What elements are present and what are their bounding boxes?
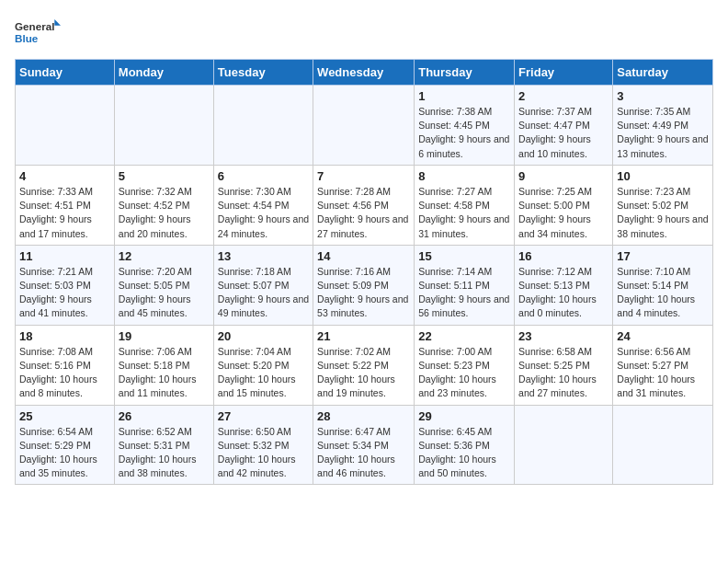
cell-text: Sunset: 5:18 PM bbox=[119, 359, 210, 373]
calendar-cell: 23Sunrise: 6:58 AMSunset: 5:25 PMDayligh… bbox=[515, 325, 613, 405]
cell-text: Sunrise: 7:32 AM bbox=[119, 185, 210, 199]
cell-text: Sunset: 5:11 PM bbox=[418, 279, 510, 293]
day-number: 18 bbox=[19, 329, 110, 343]
calendar-cell: 18Sunrise: 7:08 AMSunset: 5:16 PMDayligh… bbox=[16, 325, 115, 405]
day-number: 1 bbox=[418, 89, 510, 103]
day-number: 12 bbox=[119, 249, 210, 263]
cell-text: Sunrise: 7:33 AM bbox=[19, 185, 110, 199]
cell-text: Sunset: 4:47 PM bbox=[518, 119, 609, 132]
day-number: 9 bbox=[518, 169, 609, 183]
cell-text: Daylight: 10 hours and 23 minutes. bbox=[418, 373, 510, 400]
day-number: 26 bbox=[119, 409, 210, 423]
cell-text: Daylight: 10 hours and 11 minutes. bbox=[119, 373, 210, 400]
cell-text: Sunrise: 7:28 AM bbox=[317, 185, 410, 199]
calendar-cell: 14Sunrise: 7:16 AMSunset: 5:09 PMDayligh… bbox=[313, 245, 415, 325]
day-number: 23 bbox=[518, 329, 609, 343]
calendar-cell bbox=[213, 86, 313, 166]
day-number: 16 bbox=[518, 249, 609, 263]
col-header-tuesday: Tuesday bbox=[213, 60, 313, 86]
cell-text: Sunset: 5:22 PM bbox=[317, 359, 410, 373]
cell-text: Sunset: 4:54 PM bbox=[218, 199, 309, 213]
calendar-cell: 29Sunrise: 6:45 AMSunset: 5:36 PMDayligh… bbox=[415, 405, 515, 485]
calendar-cell: 15Sunrise: 7:14 AMSunset: 5:11 PMDayligh… bbox=[415, 245, 515, 325]
calendar-cell: 16Sunrise: 7:12 AMSunset: 5:13 PMDayligh… bbox=[515, 245, 613, 325]
svg-text:General: General bbox=[15, 20, 54, 32]
day-number: 19 bbox=[119, 329, 210, 343]
calendar-cell bbox=[114, 86, 213, 166]
cell-text: Daylight: 10 hours and 42 minutes. bbox=[218, 453, 309, 480]
logo-svg: General Blue bbox=[15, 15, 61, 52]
cell-text: Daylight: 9 hours and 27 minutes. bbox=[317, 213, 410, 240]
cell-text: Sunset: 5:29 PM bbox=[19, 439, 110, 453]
cell-text: Sunrise: 6:52 AM bbox=[119, 425, 210, 439]
cell-text: Sunset: 5:23 PM bbox=[418, 359, 510, 373]
day-number: 17 bbox=[617, 249, 709, 263]
cell-text: Daylight: 9 hours and 10 minutes. bbox=[518, 132, 609, 160]
calendar-cell: 26Sunrise: 6:52 AMSunset: 5:31 PMDayligh… bbox=[114, 405, 213, 485]
day-number: 6 bbox=[218, 169, 309, 183]
cell-text: Sunrise: 7:08 AM bbox=[19, 345, 110, 359]
calendar-cell: 17Sunrise: 7:10 AMSunset: 5:14 PMDayligh… bbox=[613, 245, 713, 325]
day-number: 14 bbox=[317, 249, 410, 263]
day-number: 4 bbox=[19, 169, 110, 183]
calendar-cell bbox=[515, 405, 613, 485]
cell-text: Sunrise: 6:58 AM bbox=[518, 345, 609, 359]
cell-text: Sunrise: 7:25 AM bbox=[518, 185, 609, 199]
svg-text:Blue: Blue bbox=[15, 32, 39, 44]
cell-text: Daylight: 9 hours and 34 minutes. bbox=[518, 213, 609, 240]
col-header-sunday: Sunday bbox=[16, 60, 115, 86]
calendar-cell: 24Sunrise: 6:56 AMSunset: 5:27 PMDayligh… bbox=[613, 325, 713, 405]
day-number: 15 bbox=[418, 249, 510, 263]
calendar-cell: 1Sunrise: 7:38 AMSunset: 4:45 PMDaylight… bbox=[415, 86, 515, 166]
cell-text: Sunrise: 7:02 AM bbox=[317, 345, 410, 359]
day-number: 20 bbox=[218, 329, 309, 343]
cell-text: Sunrise: 7:06 AM bbox=[119, 345, 210, 359]
cell-text: Sunrise: 7:18 AM bbox=[218, 265, 309, 279]
day-number: 24 bbox=[617, 329, 709, 343]
day-number: 3 bbox=[617, 89, 709, 103]
week-row-3: 11Sunrise: 7:21 AMSunset: 5:03 PMDayligh… bbox=[16, 245, 713, 325]
cell-text: Sunset: 5:31 PM bbox=[119, 439, 210, 453]
week-row-4: 18Sunrise: 7:08 AMSunset: 5:16 PMDayligh… bbox=[16, 325, 713, 405]
cell-text: Sunset: 5:27 PM bbox=[617, 359, 709, 373]
cell-text: Sunrise: 6:50 AM bbox=[218, 425, 309, 439]
cell-text: Sunset: 5:36 PM bbox=[418, 439, 510, 453]
calendar-cell: 12Sunrise: 7:20 AMSunset: 5:05 PMDayligh… bbox=[114, 245, 213, 325]
cell-text: Daylight: 10 hours and 31 minutes. bbox=[617, 373, 709, 400]
cell-text: Sunset: 4:52 PM bbox=[119, 199, 210, 213]
calendar-cell bbox=[16, 86, 115, 166]
col-header-wednesday: Wednesday bbox=[313, 60, 415, 86]
cell-text: Sunset: 4:56 PM bbox=[317, 199, 410, 213]
col-header-saturday: Saturday bbox=[613, 60, 713, 86]
calendar-cell: 6Sunrise: 7:30 AMSunset: 4:54 PMDaylight… bbox=[213, 165, 313, 245]
cell-text: Sunrise: 7:27 AM bbox=[418, 185, 510, 199]
day-number: 29 bbox=[418, 409, 510, 423]
logo: General Blue bbox=[15, 15, 61, 52]
calendar-cell: 21Sunrise: 7:02 AMSunset: 5:22 PMDayligh… bbox=[313, 325, 415, 405]
cell-text: Sunset: 5:13 PM bbox=[518, 279, 609, 293]
cell-text: Sunset: 5:00 PM bbox=[518, 199, 609, 213]
cell-text: Sunrise: 7:12 AM bbox=[518, 265, 609, 279]
cell-text: Daylight: 10 hours and 38 minutes. bbox=[119, 453, 210, 480]
svg-marker-2 bbox=[54, 19, 61, 26]
cell-text: Daylight: 9 hours and 56 minutes. bbox=[418, 293, 510, 320]
calendar-cell: 8Sunrise: 7:27 AMSunset: 4:58 PMDaylight… bbox=[415, 165, 515, 245]
cell-text: Daylight: 10 hours and 50 minutes. bbox=[418, 453, 510, 480]
cell-text: Sunrise: 6:54 AM bbox=[19, 425, 110, 439]
calendar-cell: 25Sunrise: 6:54 AMSunset: 5:29 PMDayligh… bbox=[16, 405, 115, 485]
cell-text: Daylight: 9 hours and 38 minutes. bbox=[617, 213, 709, 240]
day-number: 28 bbox=[317, 409, 410, 423]
cell-text: Sunset: 5:32 PM bbox=[218, 439, 309, 453]
calendar-cell: 10Sunrise: 7:23 AMSunset: 5:02 PMDayligh… bbox=[613, 165, 713, 245]
cell-text: Sunrise: 7:35 AM bbox=[617, 105, 709, 119]
cell-text: Daylight: 9 hours and 31 minutes. bbox=[418, 213, 510, 240]
cell-text: Daylight: 9 hours and 17 minutes. bbox=[19, 213, 110, 240]
calendar-cell: 7Sunrise: 7:28 AMSunset: 4:56 PMDaylight… bbox=[313, 165, 415, 245]
cell-text: Sunrise: 7:14 AM bbox=[418, 265, 510, 279]
day-number: 8 bbox=[418, 169, 510, 183]
cell-text: Sunset: 4:58 PM bbox=[418, 199, 510, 213]
week-row-5: 25Sunrise: 6:54 AMSunset: 5:29 PMDayligh… bbox=[16, 405, 713, 485]
cell-text: Daylight: 9 hours and 6 minutes. bbox=[418, 132, 510, 160]
cell-text: Sunset: 5:09 PM bbox=[317, 279, 410, 293]
week-row-2: 4Sunrise: 7:33 AMSunset: 4:51 PMDaylight… bbox=[16, 165, 713, 245]
